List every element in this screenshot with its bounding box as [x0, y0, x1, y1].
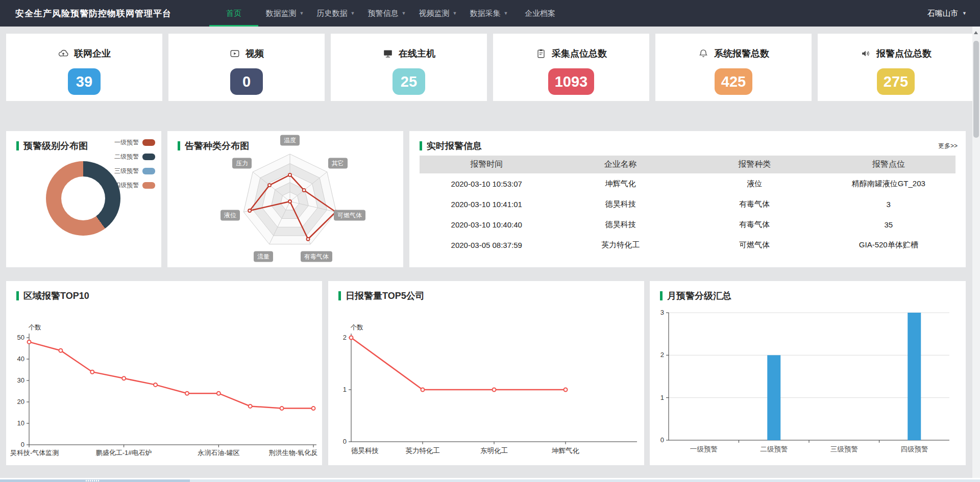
panel-title: 告警种类分布图 — [178, 140, 249, 152]
title-accent-bar — [420, 141, 422, 150]
stat-value-badge: 275 — [877, 68, 915, 95]
table-header-cell: 报警时间 — [420, 159, 554, 170]
axis-tick-label: 50 — [17, 334, 24, 341]
radar-axis-label: 可燃气体 — [334, 210, 365, 220]
title-accent-bar — [660, 291, 663, 300]
nav-item-4[interactable]: 预警信息▼ — [361, 0, 412, 27]
x-axis-label: 一级预警 — [690, 445, 718, 453]
legend-label: 一级预警 — [114, 138, 139, 147]
vertical-scrollbar-thumb[interactable] — [973, 41, 979, 138]
line-series — [351, 338, 566, 390]
nav-item-3[interactable]: 历史数据▼ — [310, 0, 361, 27]
radar-data-point — [288, 173, 291, 176]
nav-item-label: 首页 — [226, 9, 241, 18]
stat-label: 系统报警总数 — [714, 47, 769, 60]
data-point — [493, 388, 496, 392]
cloud-upload-icon — [58, 48, 69, 59]
legend-swatch — [142, 168, 155, 174]
table-header-cell: 报警种类 — [688, 159, 822, 170]
table-cell: 英力特化工 — [554, 240, 688, 250]
bar — [908, 313, 921, 440]
data-point — [185, 392, 189, 395]
table-row: 2020-03-10 10:41:01德昊科技有毒气体3 — [420, 194, 955, 214]
panel-title: 预警级别分布图 — [16, 140, 88, 152]
nav-item-7[interactable]: 企业档案 — [514, 0, 566, 27]
horizontal-scrollbar-thumb[interactable] — [0, 479, 190, 482]
chevron-down-icon: ▼ — [402, 11, 406, 16]
stat-card-header: 采集点位总数 — [535, 47, 607, 60]
y-axis-name: 个数 — [351, 324, 364, 331]
table-cell: 可燃气体 — [688, 240, 822, 250]
horizontal-scrollbar[interactable] — [0, 478, 980, 482]
legend-item: 一级预警 — [114, 138, 155, 147]
top5-line-chart: 个数012德昊科技英力特化工东明化工坤辉气化 — [328, 281, 644, 465]
table-cell: 2020-03-10 10:53:07 — [420, 180, 554, 188]
x-axis-label: 坤辉气化 — [551, 447, 580, 454]
stat-value-badge: 25 — [393, 68, 425, 95]
legend-swatch — [142, 139, 155, 146]
x-axis-label: 昊科技-气体监测 — [10, 449, 59, 456]
title-accent-bar — [16, 141, 19, 150]
data-point — [564, 388, 568, 392]
panel-monthly-warning-summary: 0123一级预警二级预警三级预警四级预警 月预警分级汇总 — [650, 281, 966, 465]
donut-hole — [61, 176, 105, 220]
more-link[interactable]: 更多>> — [938, 142, 958, 150]
data-point — [28, 340, 31, 344]
stat-card-header: 视频 — [229, 47, 264, 60]
stat-value-badge: 0 — [230, 68, 263, 95]
stat-card-header: 在线主机 — [382, 47, 435, 60]
stat-cards-row: 联网企业39视频0在线主机25采集点位总数1093系统报警总数425报警点位总数… — [6, 34, 974, 101]
nav-item-1[interactable]: 首页 — [208, 0, 259, 27]
x-axis-label: 二级预警 — [760, 445, 788, 453]
monthly-bar-chart: 0123一级预警二级预警三级预警四级预警 — [650, 281, 966, 465]
panel-alarm-type-distribution: 告警种类分布图 温度其它可燃气体有毒气体流量液位压力 — [167, 131, 403, 267]
x-axis-label: 荆洪生物-氧化反 — [269, 449, 317, 456]
axis-tick-label: 1 — [660, 394, 664, 401]
radar-axis-label: 温度 — [280, 135, 300, 146]
data-point — [249, 404, 252, 408]
nav-item-5[interactable]: 视频监测▼ — [412, 0, 463, 27]
data-point — [154, 383, 157, 387]
data-point — [122, 376, 126, 380]
app-title: 安全生产风险预警防控物联网管理平台 — [0, 8, 172, 19]
panel-title: 日报警量TOP5公司 — [338, 290, 425, 302]
region-label: 石嘴山市 — [927, 9, 958, 18]
data-point — [59, 349, 62, 352]
panel-title: 区域报警TOP10 — [16, 290, 89, 302]
region-selector[interactable]: 石嘴山市 ▼ — [927, 0, 980, 27]
table-cell: 坤辉气化 — [554, 179, 688, 189]
title-accent-bar — [338, 291, 341, 300]
axis-tick-label: 40 — [17, 355, 24, 363]
radar-data-point — [268, 184, 271, 187]
chevron-down-icon: ▼ — [300, 11, 304, 16]
x-axis-label: 东明化工 — [480, 447, 508, 454]
axis-tick-label: 1 — [343, 386, 347, 393]
bar — [767, 355, 780, 440]
x-axis-label: 四级预警 — [900, 445, 928, 453]
donut-legend: 一级预警二级预警三级预警四级预警 — [114, 138, 155, 195]
table-header-row: 报警时间企业名称报警种类报警点位 — [420, 156, 955, 173]
panel-warning-level-distribution: 预警级别分布图 一级预警二级预警三级预警四级预警 — [6, 131, 161, 267]
radar-data-point — [303, 189, 306, 192]
data-point — [350, 336, 353, 340]
stat-card-header: 系统报警总数 — [698, 47, 769, 60]
table-cell: 液位 — [688, 179, 822, 189]
nav-item-label: 视频监测 — [419, 9, 450, 18]
stat-card-4: 采集点位总数1093 — [493, 34, 649, 101]
axis-tick-label: 10 — [17, 419, 24, 427]
table-row: 2020-03-05 08:37:59英力特化工可燃气体GIA-520单体贮槽 — [420, 235, 955, 255]
axis-tick-label: 20 — [17, 398, 24, 405]
scroll-up-icon[interactable] — [974, 31, 978, 34]
axis-tick-label: 0 — [660, 436, 664, 444]
radar-axis-label: 液位 — [220, 210, 240, 220]
table-cell: 德昊科技 — [554, 199, 688, 209]
nav-item-6[interactable]: 数据采集▼ — [463, 0, 514, 27]
nav-item-2[interactable]: 数据监测▼ — [259, 0, 310, 27]
stat-card-2: 视频0 — [168, 34, 325, 101]
vertical-scrollbar[interactable] — [972, 27, 980, 478]
chevron-down-icon: ▼ — [504, 11, 508, 16]
legend-label: 二级预警 — [114, 153, 139, 161]
x-axis-label: 永润石油-罐区 — [198, 449, 239, 456]
axis-tick-label: 2 — [660, 351, 664, 359]
table-cell: 2020-03-05 08:37:59 — [420, 241, 554, 249]
